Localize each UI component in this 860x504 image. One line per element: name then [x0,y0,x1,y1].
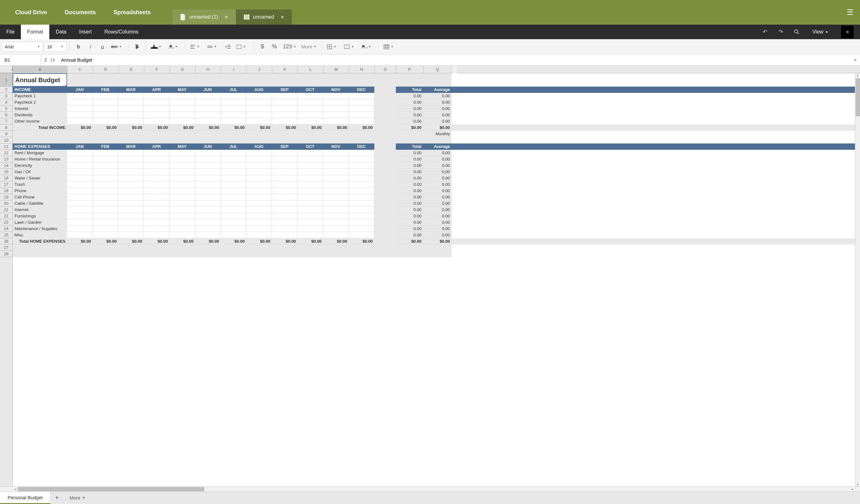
cell[interactable] [221,162,246,169]
cell[interactable] [13,131,67,137]
row-header[interactable]: 22 [0,213,12,219]
menu-file[interactable]: File [0,25,21,39]
cell[interactable] [221,118,246,124]
cell[interactable] [221,188,246,194]
cell[interactable] [118,244,144,251]
cell[interactable] [374,188,396,194]
col-header-Q[interactable]: Q [424,66,452,73]
row-header[interactable]: 18 [0,188,12,194]
cell[interactable] [195,194,221,200]
cell[interactable] [67,169,92,175]
cell[interactable]: $0.00 [67,124,92,131]
cell[interactable] [195,118,221,124]
cell[interactable] [374,213,396,219]
cell[interactable]: Interest [13,105,67,112]
cell[interactable] [246,194,272,200]
cell[interactable] [92,207,118,213]
cell[interactable] [195,162,221,169]
cell[interactable]: Water / Sewer [13,175,67,181]
cell[interactable] [67,213,92,219]
cell[interactable] [92,213,118,219]
cell[interactable]: JAN [67,87,92,93]
cells-area[interactable]: Annual BudgetINCOMEJANFEBMARAPRMAYJUNJUL… [13,73,855,486]
cell[interactable]: APR [144,87,170,93]
cell[interactable] [349,73,374,87]
cell[interactable]: Maintenance / Supplies [13,226,67,232]
cell[interactable] [67,188,92,194]
cell[interactable] [67,194,92,200]
col-header-J[interactable]: J [247,66,272,73]
cell[interactable] [272,99,298,105]
cell[interactable] [374,238,396,244]
cell[interactable] [323,162,349,169]
indent-button[interactable] [223,41,233,52]
col-header-D[interactable]: D [93,66,118,73]
cell-reference-input[interactable]: B1 [0,54,41,65]
cell[interactable] [298,99,323,105]
cell[interactable] [349,175,374,181]
cell[interactable]: Cable / Satellite [13,200,67,207]
cell[interactable] [118,207,144,213]
cell[interactable]: Total [396,144,423,150]
cell[interactable] [118,131,144,137]
cell[interactable]: 0.00 [423,156,452,162]
nav-cloud-drive[interactable]: Cloud Drive [6,9,56,16]
cell[interactable]: $0.00 [323,238,349,244]
cell[interactable]: Lawn / Garden [13,219,67,226]
format-painter-button[interactable] [131,41,142,52]
cell[interactable] [221,93,246,99]
cell[interactable]: 0.00 [396,226,423,232]
cell[interactable]: Paycheck 1 [13,93,67,99]
cell[interactable] [92,105,118,112]
row-header[interactable]: 5 [0,105,12,112]
cell[interactable] [170,93,195,99]
cell[interactable]: 0.00 [396,112,423,118]
cell[interactable] [118,150,144,156]
cell[interactable]: JAN [67,144,92,150]
cell[interactable]: MAR [118,144,144,150]
cell[interactable] [323,150,349,156]
bold-button[interactable]: b [73,41,84,52]
cell[interactable] [92,169,118,175]
cell[interactable]: Gas / Oil [13,169,67,175]
row-header[interactable]: 23 [0,219,12,226]
cell[interactable] [118,219,144,226]
cell[interactable]: OCT [298,87,323,93]
cell[interactable] [144,137,170,144]
cell[interactable]: Furnishings [13,213,67,219]
cell[interactable] [246,244,272,251]
cell[interactable] [349,162,374,169]
cell[interactable] [374,137,396,144]
cell[interactable] [170,194,195,200]
cell[interactable] [272,118,298,124]
nav-documents[interactable]: Documents [56,9,105,16]
cell[interactable] [170,200,195,207]
cell[interactable] [298,244,323,251]
cell[interactable]: $0.00 [170,238,195,244]
col-header-M[interactable]: M [324,66,349,73]
cell[interactable] [298,169,323,175]
cell[interactable] [374,124,396,131]
cell[interactable] [195,150,221,156]
row-header[interactable]: 1 [0,73,12,87]
cell[interactable] [67,93,92,99]
cell[interactable] [170,162,195,169]
cell[interactable] [246,73,272,87]
cell[interactable] [323,219,349,226]
row-header[interactable]: 11 [0,144,12,150]
col-header-F[interactable]: F [144,66,170,73]
cell[interactable] [92,137,118,144]
cell[interactable] [67,226,92,232]
cell[interactable] [67,105,92,112]
cell[interactable]: 0.00 [396,200,423,207]
cell[interactable] [92,194,118,200]
cell[interactable] [144,131,170,137]
cell[interactable]: $0.00 [396,238,423,244]
cell[interactable] [170,105,195,112]
cell[interactable]: $0.00 [195,238,221,244]
cell[interactable] [92,251,118,257]
row-header[interactable]: 20 [0,200,12,207]
cell[interactable] [374,73,396,87]
cell[interactable] [298,93,323,99]
cell[interactable] [272,150,298,156]
